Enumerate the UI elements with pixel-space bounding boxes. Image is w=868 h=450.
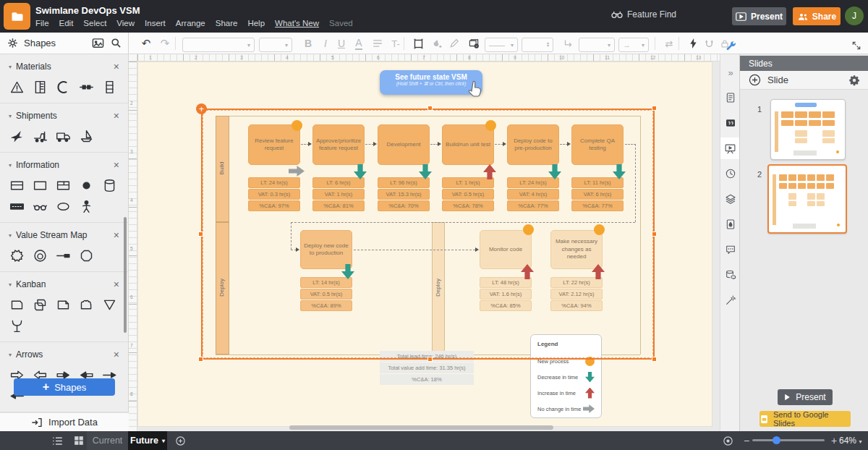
comments-icon[interactable] (720, 239, 740, 260)
process-build-run-unit-test[interactable]: Build/run unit test (442, 124, 494, 165)
filled-circle-icon[interactable] (78, 177, 95, 194)
menu-help[interactable]: Help (247, 19, 265, 27)
clear-format-button[interactable]: T- (388, 35, 403, 51)
stats-review-feature-request[interactable]: LT: 24 hr(s)VAT: 0.3 hr(s)%C&A: 97% (248, 177, 300, 212)
chevron-down-icon[interactable]: ▾ (9, 352, 12, 358)
chevron-down-icon[interactable]: ▾ (9, 64, 12, 70)
undo-icon[interactable]: ↶ (139, 35, 153, 51)
legend-box[interactable]: Legend New processDecrease in timeIncrea… (530, 334, 602, 418)
process-development[interactable]: Development (378, 124, 430, 165)
close-icon[interactable]: × (114, 110, 119, 122)
bold-button[interactable]: B (301, 35, 315, 51)
process-complete-qa-testing[interactable]: Complete QA testing (571, 124, 624, 165)
zoom-slider-knob[interactable] (773, 436, 780, 444)
horizontal-scrollbar[interactable] (289, 425, 553, 430)
more-shapes-button[interactable]: + Shapes (14, 378, 115, 396)
stacked-box-icon[interactable] (101, 79, 118, 95)
warning-triangle-icon[interactable] (9, 79, 25, 95)
stats-make-necessary-changes-as-needed[interactable]: LT: 22 hr(s)VAT: 2.12 hr(s)%C&A: 94% (550, 277, 603, 312)
collapse-chevrons-icon[interactable]: » (720, 61, 740, 83)
selection-handle[interactable] (198, 357, 203, 362)
quick-actions-button[interactable] (686, 35, 700, 51)
line-endpoint-select[interactable]: ▾ (579, 38, 615, 52)
arrowhead-select[interactable]: →▾ (618, 38, 649, 52)
card-cloud-icon[interactable] (78, 297, 95, 313)
text-color-button[interactable]: A (352, 35, 366, 51)
snap-magnet-button[interactable] (702, 35, 716, 51)
layers-icon[interactable] (720, 188, 740, 210)
stats-approve-prioritize-feature-request[interactable]: LT: 6 hr(s)VAT: 1 hr(s)%C&A: 81% (312, 177, 365, 212)
process-make-necessary-changes-as-needed[interactable]: Make necessary changes as needed (550, 230, 603, 269)
selection-handle[interactable] (427, 357, 433, 362)
zoom-fit-icon[interactable] (721, 434, 734, 447)
selection-handle[interactable] (198, 232, 203, 237)
zoom-out-button[interactable]: − (740, 434, 753, 447)
line-connectors-icon[interactable] (78, 79, 95, 95)
chevron-down-icon[interactable]: ▾ (9, 232, 12, 239)
data-linking-icon[interactable] (720, 264, 740, 286)
inverted-triangle-icon[interactable] (101, 297, 118, 313)
stats-deploy-new-code-to-production[interactable]: LT: 14 hr(s)VAT: 0.5 hr(s)%C&A: 89% (300, 277, 352, 312)
arc-icon[interactable] (55, 79, 72, 95)
line-color-button[interactable] (447, 35, 461, 51)
add-slide-button[interactable]: Slide (740, 71, 868, 90)
magic-shortcuts-icon[interactable] (720, 289, 740, 311)
label-tag-icon[interactable] (9, 198, 25, 215)
split-rect-icon[interactable] (9, 177, 25, 194)
stroke-width-stepper[interactable]: ▴▾ (522, 38, 553, 52)
process-deploy-new-code-to-production[interactable]: Deploy new code to production (300, 230, 352, 269)
close-icon[interactable]: × (114, 61, 119, 72)
avatar[interactable]: J (845, 7, 864, 25)
process-approve-prioritize-feature-request[interactable]: Approve/prioritize feature request (312, 124, 365, 165)
tab-current[interactable]: Current (87, 431, 128, 450)
selection-handle[interactable] (427, 106, 433, 111)
frame-shape-button[interactable] (411, 35, 425, 51)
stats-monitor-code[interactable]: LT: 48 hr(s)VAT: 1.6 hr(s)%C&A: 85% (480, 277, 532, 312)
selection-handle[interactable] (652, 232, 657, 237)
card-notch-icon[interactable] (55, 297, 72, 313)
list-view-icon[interactable] (51, 434, 64, 447)
frame-plus-handle[interactable]: + (196, 103, 207, 114)
stats-deploy-code-to-pre-production[interactable]: LT: 24 hr(s)VAT: 4 hr(s)%C&A: 77% (507, 177, 559, 212)
close-icon[interactable]: × (114, 159, 119, 171)
present-button[interactable]: Present (732, 7, 786, 25)
card-icon[interactable] (9, 297, 25, 313)
menu-what-s-new[interactable]: What's New (275, 19, 319, 27)
person-icon[interactable] (78, 198, 95, 215)
panel-present-button[interactable]: Present (778, 389, 833, 405)
add-page-icon[interactable] (174, 434, 187, 447)
document-icon[interactable] (720, 87, 740, 109)
process-deploy-code-to-pre-production[interactable]: Deploy code to pre-production (507, 124, 559, 165)
menu-view[interactable]: View (116, 19, 135, 27)
font-size-select[interactable]: ▾ (259, 38, 292, 52)
process-review-feature-request[interactable]: Review feature request (248, 124, 300, 165)
sidebar-scrollbar[interactable] (124, 217, 127, 333)
zoom-slider-track[interactable] (752, 439, 825, 441)
grid-view-icon[interactable] (72, 434, 85, 447)
page-style-icon[interactable] (720, 213, 740, 235)
notes-icon[interactable] (720, 112, 740, 134)
menu-file[interactable]: File (35, 19, 49, 27)
boat-icon[interactable] (78, 128, 95, 145)
process-monitor-code[interactable]: Monitor code (480, 230, 532, 269)
align-button[interactable] (370, 35, 385, 51)
slide-thumbnail-2[interactable] (767, 164, 847, 234)
airplane-icon[interactable] (9, 128, 25, 145)
selection-handle[interactable] (652, 106, 657, 111)
italic-button[interactable]: I (318, 35, 333, 51)
lined-document-icon[interactable] (32, 79, 48, 95)
card-stack-icon[interactable] (32, 297, 48, 313)
slide-thumbnail-1[interactable] (770, 99, 846, 160)
close-icon[interactable]: × (114, 349, 119, 360)
present-mode-icon[interactable] (720, 137, 740, 159)
zoom-percent[interactable]: 64% ▾ (839, 436, 861, 446)
chevron-down-icon[interactable]: ▾ (9, 162, 12, 169)
search-icon[interactable] (111, 38, 122, 48)
selection-handle[interactable] (652, 357, 657, 362)
menu-select[interactable]: Select (83, 19, 106, 27)
stats-complete-qa-testing[interactable]: LT: 11 hr(s)VAT: 6 hr(s)%C&A: 77% (571, 177, 624, 212)
font-select[interactable]: ▾ (182, 38, 255, 52)
slide-settings-gear-icon[interactable] (848, 75, 860, 86)
close-icon[interactable]: × (114, 229, 119, 241)
menu-arrange[interactable]: Arrange (176, 19, 205, 27)
